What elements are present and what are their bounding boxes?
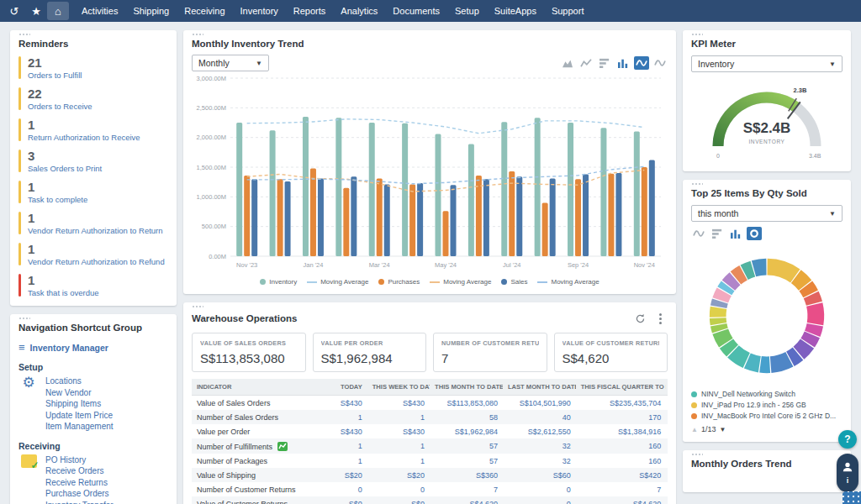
table-row[interactable]: Number of Packages1157321609 — [192, 454, 668, 468]
shortcut-link[interactable]: Receive Orders — [45, 465, 114, 477]
area-chart-icon[interactable] — [560, 56, 575, 70]
kpi-card[interactable]: VALUE OF CUSTOMER RETURNSS$4,620 — [554, 333, 668, 372]
donut-legend-item[interactable]: NINV_Dell Networking Switch — [691, 390, 843, 398]
value-cell[interactable]: 6 — [666, 482, 668, 496]
value-cell[interactable]: S$60 — [503, 468, 576, 482]
table-row[interactable]: Number of Customer Returns007076 — [192, 482, 668, 496]
reminder-item[interactable]: 1Vendor Return Authorization to Return — [18, 212, 168, 235]
wave-chart-icon[interactable] — [634, 56, 649, 70]
value-cell[interactable]: 160 — [576, 454, 666, 468]
table-row[interactable]: Value of Customer ReturnsS$0S$0S$4,6200S… — [192, 496, 668, 504]
nav-item-suiteapps[interactable]: SuiteApps — [487, 1, 544, 21]
value-cell[interactable]: S$420 — [576, 468, 666, 482]
value-cell[interactable]: S$360 — [430, 468, 503, 482]
history-icon[interactable]: ↺ — [3, 2, 25, 20]
shortcut-link[interactable]: New Vendor — [45, 387, 114, 399]
shortcut-link[interactable]: Receive Returns — [45, 477, 114, 489]
nav-item-setup[interactable]: Setup — [447, 1, 487, 21]
legend-item[interactable]: Sales — [501, 278, 527, 286]
shortcut-link[interactable]: Inventory Transfer — [45, 500, 114, 504]
hbar-chart-icon[interactable] — [597, 56, 612, 70]
value-cell[interactable]: 1 — [322, 454, 367, 468]
value-cell[interactable]: 1 — [367, 454, 430, 468]
value-cell[interactable]: 0 — [322, 482, 367, 496]
value-cell[interactable]: S$430 — [322, 424, 367, 438]
value-cell[interactable]: S$0 — [367, 496, 430, 504]
star-icon[interactable]: ★ — [25, 2, 47, 20]
table-header[interactable]: THIS MONTH TO DATE — [430, 379, 503, 396]
drag-grip-icon[interactable] — [192, 33, 203, 36]
value-cell[interactable]: S$20 — [322, 468, 367, 482]
home-icon[interactable]: ⌂ — [47, 2, 69, 20]
table-row[interactable]: Number of Fulfillments1157321609 — [192, 438, 668, 454]
value-cell[interactable]: 58 — [430, 410, 503, 424]
value-cell[interactable]: S$0 — [666, 496, 668, 504]
value-cell[interactable]: 0 — [503, 496, 576, 504]
value-cell[interactable]: 7 — [430, 482, 503, 496]
spline-chart-icon[interactable] — [652, 56, 668, 70]
legend-item[interactable]: Moving Average — [307, 278, 368, 286]
quick-menu-button[interactable] — [843, 491, 861, 504]
value-cell[interactable]: S$0 — [666, 468, 668, 482]
shortcut-link[interactable]: Locations — [45, 375, 114, 387]
shortcut-link[interactable]: Item Management — [45, 421, 114, 433]
sparkline-badge-icon[interactable] — [277, 442, 288, 451]
reminder-item[interactable]: 21Orders to Fulfill — [18, 56, 168, 80]
value-cell[interactable]: S$0 — [322, 496, 367, 504]
donut-chart-icon[interactable] — [747, 227, 762, 240]
top25-donut-chart[interactable] — [696, 245, 837, 386]
value-cell[interactable]: S$10 — [666, 424, 668, 438]
donut-legend-item[interactable]: INV_MacBook Pro Intel Core i5 2 GHz D... — [691, 412, 843, 420]
table-header[interactable]: INDICATOR — [192, 379, 322, 396]
value-cell[interactable]: S$4,620 — [576, 496, 666, 504]
page-down-icon[interactable]: ▼ — [719, 426, 726, 433]
value-cell[interactable]: 0 — [367, 482, 430, 496]
value-cell[interactable]: 7 — [576, 482, 666, 496]
value-cell[interactable]: 32 — [503, 454, 576, 468]
value-cell[interactable]: S$430 — [367, 396, 430, 411]
value-cell[interactable]: S$1,384,916 — [576, 424, 666, 438]
nav-item-support[interactable]: Support — [544, 1, 592, 21]
value-cell[interactable]: S$4,620 — [430, 496, 503, 504]
reminder-item[interactable]: 1Task that is overdue — [18, 274, 168, 297]
legend-item[interactable]: Moving Average — [537, 278, 599, 286]
reminder-item[interactable]: 22Orders to Receive — [18, 87, 168, 111]
kebab-menu-icon[interactable] — [652, 311, 668, 326]
nav-item-documents[interactable]: Documents — [385, 1, 447, 21]
drag-grip-icon[interactable] — [18, 317, 30, 320]
assistant-button[interactable]: i — [837, 454, 858, 492]
column-chart-icon[interactable] — [728, 227, 743, 240]
legend-item[interactable]: Purchases — [378, 278, 420, 286]
value-cell[interactable]: S$93 — [666, 396, 668, 411]
value-cell[interactable]: S$235,435,704 — [576, 396, 666, 411]
legend-item[interactable]: Inventory — [260, 278, 297, 286]
donut-legend-item[interactable]: INV_iPad Pro 12.9 inch - 256 GB — [691, 401, 843, 409]
drag-grip-icon[interactable] — [691, 182, 703, 186]
value-cell[interactable]: 1 — [367, 410, 430, 424]
value-cell[interactable]: S$104,501,990 — [503, 396, 576, 411]
value-cell[interactable]: S$2,612,550 — [503, 424, 576, 438]
nav-item-reports[interactable]: Reports — [286, 1, 334, 21]
table-row[interactable]: Value per OrderS$430S$430S$1,962,984S$2,… — [192, 424, 668, 438]
nav-item-activities[interactable]: Activities — [74, 1, 125, 21]
value-cell[interactable]: 9 — [666, 438, 668, 454]
table-row[interactable]: Value of ShippingS$20S$20S$360S$60S$420S… — [192, 468, 668, 482]
legend-item[interactable]: Moving Average — [430, 278, 491, 286]
value-cell[interactable]: 1 — [322, 410, 367, 424]
table-header[interactable]: TODAY — [322, 379, 367, 396]
drag-grip-icon[interactable] — [18, 33, 30, 36]
drag-grip-icon[interactable] — [691, 453, 703, 456]
value-cell[interactable]: 57 — [430, 438, 503, 454]
table-row[interactable]: Value of Sales OrdersS$430S$430S$113,853… — [192, 396, 668, 411]
value-cell[interactable]: 1 — [322, 438, 367, 454]
value-cell[interactable]: 9 — [666, 454, 668, 468]
reminder-item[interactable]: 3Sales Orders to Print — [18, 150, 168, 173]
line-chart-icon[interactable] — [578, 56, 594, 70]
help-button[interactable]: ? — [838, 430, 857, 449]
value-cell[interactable]: 170 — [576, 410, 666, 424]
drag-grip-icon[interactable] — [192, 305, 203, 308]
hbar-chart-icon[interactable] — [710, 227, 725, 240]
table-header[interactable]: LAST MONTH TO DATE — [503, 379, 576, 396]
refresh-icon[interactable] — [632, 311, 647, 326]
nav-item-receiving[interactable]: Receiving — [177, 1, 232, 21]
